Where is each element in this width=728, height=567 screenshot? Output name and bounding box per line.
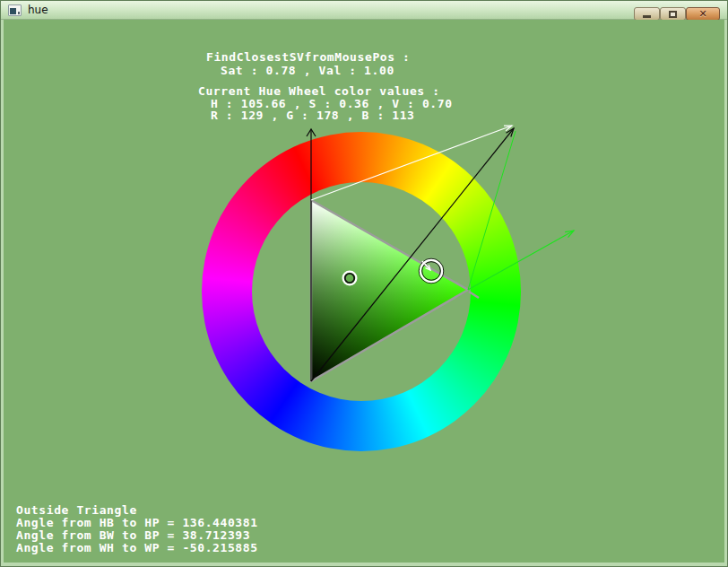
rgb-readout: R : 129 , G : 178 , B : 113 [211,109,415,122]
angle-bw-bp: Angle from BW to BP = 38.712393 [16,529,250,542]
triangle-status: Outside Triangle [16,504,137,517]
sat-val-readout: Sat : 0.78 , Val : 1.00 [221,65,394,77]
angle-hb-hp: Angle from HB to HP = 136.440381 [16,517,258,529]
diagonal-white-arrow [311,126,512,200]
sv-triangle[interactable] [311,200,479,381]
triangle-shadow-stub [469,292,479,298]
find-closest-title: FindClosestSVfromMousePos : [206,51,411,64]
hue-direction-arrow [468,231,574,290]
hue-vertex-line [468,131,516,290]
hue-wheel-title: Current Hue Wheel color values : [198,85,440,98]
app-window: hue ✕ [0,0,728,567]
angle-wh-wp: Angle from WH to WP = -50.215885 [16,542,258,554]
